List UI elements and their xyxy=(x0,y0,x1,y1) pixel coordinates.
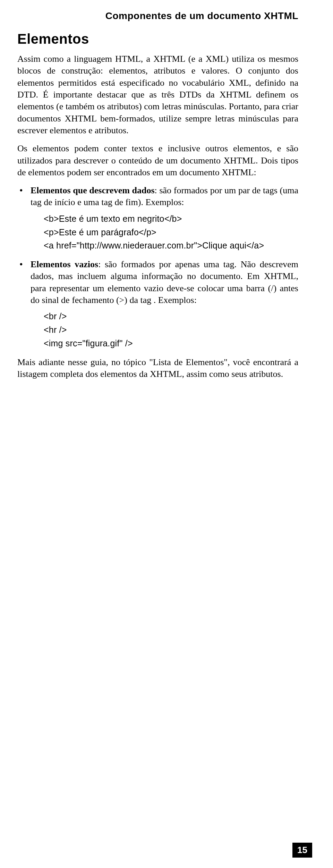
code-line: <b>Este é um texto em negrito</b> xyxy=(44,212,298,226)
section-title: Elementos xyxy=(17,31,298,47)
page-number: 15 xyxy=(292,843,312,858)
list-item: Elementos vazios: são formados por apena… xyxy=(31,259,298,350)
code-line: <hr /> xyxy=(44,323,298,337)
running-head: Componentes de um documento XHTML xyxy=(17,10,298,22)
code-line: <a href="http://www.niederauer.com.br">C… xyxy=(44,239,298,252)
code-line: <p>Este é um parágrafo</p> xyxy=(44,226,298,239)
paragraph-2: Os elementos podem conter textos e inclu… xyxy=(17,143,298,178)
bullet-list: Elementos que descrevem dados: são forma… xyxy=(17,185,298,350)
list-item-lead: Elementos que descrevem dados xyxy=(31,185,155,195)
paragraph-1: Assim como a linguagem HTML, a XHTML (e … xyxy=(17,53,298,136)
code-line: <br /> xyxy=(44,310,298,323)
list-item-lead: Elementos vazios xyxy=(31,259,98,269)
code-block: <b>Este é um texto em negrito</b> <p>Est… xyxy=(44,212,298,252)
list-item: Elementos que descrevem dados: são forma… xyxy=(31,185,298,252)
page: Componentes de um documento XHTML Elemen… xyxy=(0,0,333,407)
code-block: <br /> <hr /> <img src="figura.gif" /> xyxy=(44,310,298,350)
closing-paragraph: Mais adiante nesse guia, no tópico "List… xyxy=(17,356,298,380)
code-line: <img src="figura.gif" /> xyxy=(44,337,298,350)
